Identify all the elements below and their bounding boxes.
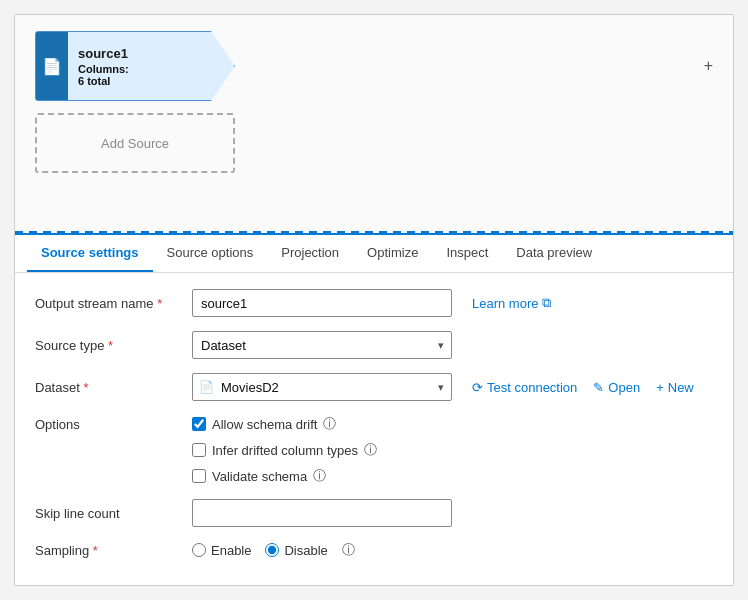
options-label: Options xyxy=(35,415,180,432)
output-stream-input[interactable] xyxy=(192,289,452,317)
tab-source-options[interactable]: Source options xyxy=(153,235,268,272)
canvas-area: 📄 source1 Columns: 6 total + Add Source xyxy=(15,15,733,235)
sampling-disable-radio[interactable] xyxy=(265,543,279,557)
sampling-label: Sampling * xyxy=(35,543,180,558)
sampling-radio-group: Enable Disable ⓘ xyxy=(192,541,355,559)
options-checks: Allow schema drift ⓘ Infer drifted colum… xyxy=(192,415,377,485)
source-node-columns: Columns: 6 total xyxy=(78,63,224,87)
source-type-select[interactable]: Dataset Inline xyxy=(192,331,452,359)
dataset-label: Dataset * xyxy=(35,380,180,395)
sampling-enable-item: Enable xyxy=(192,543,251,558)
sampling-row: Sampling * Enable Disable ⓘ xyxy=(35,541,713,559)
validate-schema-checkbox[interactable] xyxy=(192,469,206,483)
check-validate-schema: Validate schema ⓘ xyxy=(192,467,377,485)
allow-schema-drift-label: Allow schema drift xyxy=(212,417,317,432)
source-node[interactable]: 📄 source1 Columns: 6 total xyxy=(35,31,235,101)
sampling-disable-label: Disable xyxy=(284,543,327,558)
tab-source-settings[interactable]: Source settings xyxy=(27,235,153,272)
learn-more-link[interactable]: Learn more ⧉ xyxy=(472,295,551,311)
source-type-label: Source type * xyxy=(35,338,180,353)
tabs-bar: Source settings Source options Projectio… xyxy=(15,235,733,273)
open-link[interactable]: ✎ Open xyxy=(593,380,640,395)
source-icon: 📄 xyxy=(42,57,62,76)
source-node-content: source1 Columns: 6 total xyxy=(68,32,234,100)
sampling-disable-item: Disable xyxy=(265,543,327,558)
tab-projection[interactable]: Projection xyxy=(267,235,353,272)
external-link-icon: ⧉ xyxy=(542,295,551,311)
check-allow-schema-drift: Allow schema drift ⓘ xyxy=(192,415,377,433)
add-node-button[interactable]: + xyxy=(704,57,713,75)
validate-schema-info-icon[interactable]: ⓘ xyxy=(313,467,326,485)
new-label: New xyxy=(668,380,694,395)
add-source-placeholder[interactable]: Add Source xyxy=(35,113,235,173)
test-connection-link[interactable]: ⟳ Test connection xyxy=(472,380,577,395)
tab-optimize[interactable]: Optimize xyxy=(353,235,432,272)
output-stream-row: Output stream name * Learn more ⧉ xyxy=(35,289,713,317)
skip-line-count-input[interactable] xyxy=(192,499,452,527)
skip-line-count-row: Skip line count xyxy=(35,499,713,527)
node-wrapper: 📄 source1 Columns: 6 total + xyxy=(35,31,713,101)
new-icon: + xyxy=(656,380,664,395)
allow-schema-drift-info-icon[interactable]: ⓘ xyxy=(323,415,336,433)
open-label: Open xyxy=(608,380,640,395)
canvas-bottom-divider xyxy=(15,231,733,233)
test-connection-label: Test connection xyxy=(487,380,577,395)
test-connection-icon: ⟳ xyxy=(472,380,483,395)
check-infer-drifted: Infer drifted column types ⓘ xyxy=(192,441,377,459)
tab-inspect[interactable]: Inspect xyxy=(432,235,502,272)
infer-drifted-checkbox[interactable] xyxy=(192,443,206,457)
sampling-enable-label: Enable xyxy=(211,543,251,558)
source-type-row: Source type * Dataset Inline ▾ xyxy=(35,331,713,359)
new-link[interactable]: + New xyxy=(656,380,694,395)
infer-drifted-label: Infer drifted column types xyxy=(212,443,358,458)
source-node-sidebar: 📄 xyxy=(36,32,68,100)
dataset-row: Dataset * 📄 MoviesD2 ▾ ⟳ Test connection… xyxy=(35,373,713,401)
options-row: Options Allow schema drift ⓘ Infer drift… xyxy=(35,415,713,485)
sampling-enable-radio[interactable] xyxy=(192,543,206,557)
dataset-actions: ⟳ Test connection ✎ Open + New xyxy=(472,380,694,395)
skip-line-count-label: Skip line count xyxy=(35,506,180,521)
output-stream-label: Output stream name * xyxy=(35,296,180,311)
validate-schema-label: Validate schema xyxy=(212,469,307,484)
add-source-label: Add Source xyxy=(101,136,169,151)
settings-panel: Output stream name * Learn more ⧉ Source… xyxy=(15,273,733,585)
open-icon: ✎ xyxy=(593,380,604,395)
dataset-select[interactable]: MoviesD2 xyxy=(192,373,452,401)
source-node-title: source1 xyxy=(78,46,224,61)
dataset-select-wrapper: 📄 MoviesD2 ▾ xyxy=(192,373,452,401)
sampling-info-icon[interactable]: ⓘ xyxy=(342,541,355,559)
source-type-select-wrapper: Dataset Inline ▾ xyxy=(192,331,452,359)
infer-drifted-info-icon[interactable]: ⓘ xyxy=(364,441,377,459)
learn-more-text: Learn more xyxy=(472,296,538,311)
tab-data-preview[interactable]: Data preview xyxy=(502,235,606,272)
canvas-inner: 📄 source1 Columns: 6 total + Add Source xyxy=(35,31,713,173)
main-window: 📄 source1 Columns: 6 total + Add Source xyxy=(14,14,734,586)
allow-schema-drift-checkbox[interactable] xyxy=(192,417,206,431)
